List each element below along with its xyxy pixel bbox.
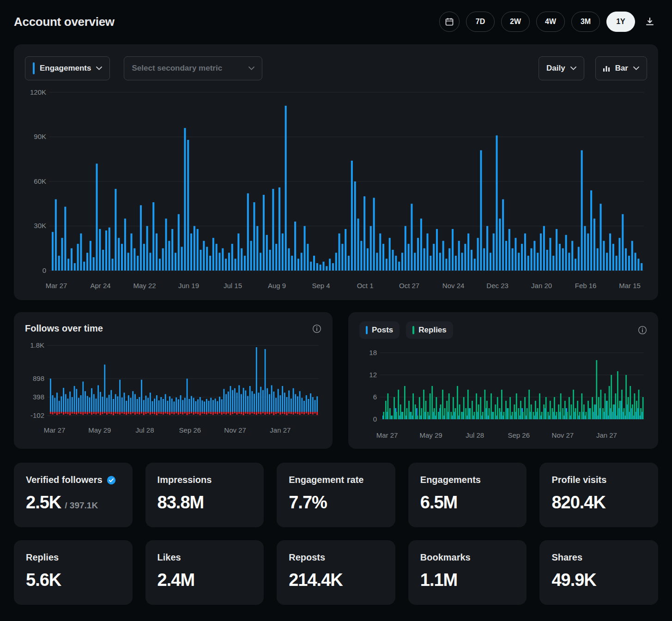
metric-card-impressions[interactable]: Impressions 83.8M — [145, 463, 264, 527]
chart-bar[interactable] — [190, 234, 192, 271]
chart-bar[interactable] — [571, 404, 572, 419]
chart-bar[interactable] — [376, 253, 378, 271]
chart-bar[interactable] — [316, 263, 318, 271]
chart-bar[interactable] — [154, 398, 155, 412]
chart-bar[interactable] — [85, 391, 86, 412]
chart-bar[interactable] — [50, 379, 51, 412]
chart-bar[interactable] — [278, 412, 279, 413]
chart-bar[interactable] — [197, 412, 199, 414]
chart-bar[interactable] — [91, 388, 92, 412]
chart-bar[interactable] — [440, 404, 442, 419]
chart-bar[interactable] — [503, 412, 505, 419]
chart-bar[interactable] — [474, 259, 476, 271]
chart-bar[interactable] — [238, 412, 240, 414]
chart-bar[interactable] — [174, 402, 175, 412]
chart-bar[interactable] — [176, 398, 177, 412]
chart-bar[interactable] — [493, 234, 495, 271]
chart-bar[interactable] — [54, 398, 55, 412]
chart-bar[interactable] — [132, 412, 133, 413]
chart-bar[interactable] — [210, 398, 212, 412]
chart-bar[interactable] — [223, 389, 224, 412]
chart-bar[interactable] — [168, 241, 170, 271]
chart-bar[interactable] — [76, 412, 77, 415]
chart-bar[interactable] — [241, 412, 242, 414]
range-button-3m[interactable]: 3M — [571, 12, 600, 32]
chart-bar[interactable] — [121, 244, 123, 271]
chart-bar[interactable] — [212, 412, 214, 415]
chart-bar[interactable] — [310, 393, 311, 412]
chart-bar[interactable] — [446, 401, 448, 419]
chart-bar[interactable] — [313, 256, 315, 271]
chart-bar[interactable] — [150, 412, 151, 415]
chart-bar[interactable] — [606, 401, 608, 419]
chart-bar[interactable] — [383, 412, 384, 419]
chart-bar[interactable] — [249, 386, 251, 412]
chart-bar[interactable] — [87, 396, 88, 412]
chart-bar[interactable] — [617, 371, 618, 419]
chart-bar[interactable] — [509, 229, 510, 271]
chart-bar[interactable] — [206, 399, 207, 412]
chart-bar[interactable] — [465, 408, 466, 419]
chart-bar[interactable] — [442, 241, 444, 271]
chart-bar[interactable] — [115, 189, 116, 271]
chart-bar[interactable] — [112, 259, 114, 271]
chart-bar[interactable] — [635, 253, 636, 271]
chart-bar[interactable] — [71, 248, 73, 271]
chart-bar[interactable] — [93, 257, 95, 271]
chart-bar[interactable] — [472, 401, 473, 419]
chart-bar[interactable] — [445, 259, 447, 271]
chart-bar[interactable] — [54, 412, 55, 414]
chart-bar[interactable] — [293, 412, 294, 415]
chart-bar[interactable] — [284, 392, 285, 412]
chart-bar[interactable] — [405, 226, 406, 271]
chart-bar[interactable] — [496, 135, 498, 271]
chart-bar[interactable] — [106, 412, 108, 415]
secondary-metric-select[interactable]: Select secondary metric — [124, 56, 262, 80]
chart-bar[interactable] — [165, 412, 166, 414]
chart-bar[interactable] — [288, 248, 290, 271]
chart-bar[interactable] — [74, 412, 75, 414]
chart-bar[interactable] — [345, 229, 346, 271]
chart-bar[interactable] — [250, 241, 252, 271]
chart-bar[interactable] — [64, 207, 66, 271]
chart-bar[interactable] — [152, 401, 153, 412]
chart-bar[interactable] — [501, 390, 502, 419]
chart-bar[interactable] — [154, 412, 155, 414]
chart-bar[interactable] — [590, 190, 592, 271]
chart-bar[interactable] — [516, 393, 517, 419]
chart-bar[interactable] — [642, 397, 644, 419]
info-icon[interactable] — [638, 326, 647, 335]
chart-bar[interactable] — [132, 391, 133, 412]
chart-bar[interactable] — [474, 412, 475, 419]
chart-bar[interactable] — [63, 388, 64, 412]
chart-bar[interactable] — [412, 393, 414, 419]
chart-bar[interactable] — [556, 412, 557, 419]
chart-bar[interactable] — [52, 395, 54, 412]
chart-bar[interactable] — [603, 241, 605, 271]
chart-bar[interactable] — [483, 248, 485, 271]
chart-bar[interactable] — [266, 388, 268, 412]
chart-bar[interactable] — [560, 393, 562, 419]
chart-bar[interactable] — [493, 412, 494, 419]
chart-bar[interactable] — [562, 408, 563, 419]
chart-bar[interactable] — [575, 408, 576, 419]
chart-bar[interactable] — [145, 396, 147, 412]
chart-bar[interactable] — [55, 199, 57, 271]
chart-bar[interactable] — [69, 392, 71, 412]
chart-bar[interactable] — [174, 412, 175, 414]
chart-bar[interactable] — [171, 398, 173, 412]
chart-bar[interactable] — [438, 412, 439, 419]
chart-bar[interactable] — [160, 397, 162, 412]
chart-bar[interactable] — [294, 222, 296, 271]
chart-bar[interactable] — [360, 241, 362, 271]
chart-bar[interactable] — [571, 241, 573, 271]
chart-bar[interactable] — [509, 397, 511, 419]
chart-bar[interactable] — [568, 253, 570, 271]
chart-bar[interactable] — [171, 412, 173, 414]
chart-bar[interactable] — [312, 397, 314, 412]
chart-bar[interactable] — [637, 259, 639, 271]
chart-bar[interactable] — [400, 404, 401, 419]
chart-bar[interactable] — [216, 244, 218, 271]
chart-bar[interactable] — [402, 412, 403, 419]
chart-bar[interactable] — [124, 218, 126, 271]
